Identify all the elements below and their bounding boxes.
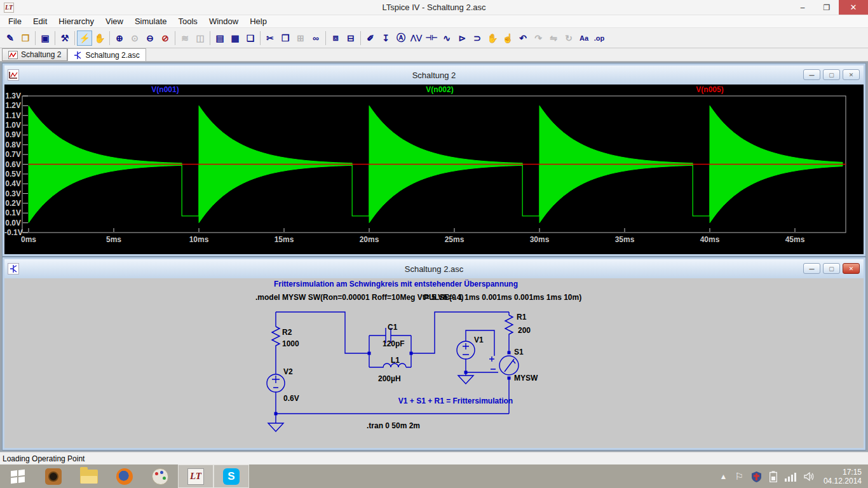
open-icon[interactable]: ❐ bbox=[18, 30, 33, 46]
main-title-bar[interactable]: LT LTspice IV - Schaltung 2.asc – ❐ ✕ bbox=[0, 0, 868, 15]
battery-icon[interactable] bbox=[770, 471, 777, 482]
taskbar-ltspice[interactable]: LT bbox=[178, 464, 214, 488]
zoom-full-extents-icon[interactable]: ⊘ bbox=[158, 30, 173, 46]
l1-designator-label[interactable]: L1 bbox=[391, 356, 400, 365]
print-icon[interactable]: ⊟ bbox=[343, 30, 358, 46]
halt-icon[interactable]: ✋ bbox=[92, 30, 107, 46]
schematic-close-button[interactable]: ✕ bbox=[843, 263, 860, 274]
schematic-comment-note[interactable]: V1 + S1 + R1 = Frittersimulation bbox=[398, 396, 513, 405]
tile-horizontally-icon[interactable]: ▤ bbox=[212, 30, 227, 46]
undo-icon[interactable]: ↶ bbox=[515, 30, 531, 46]
schematic-comment-title[interactable]: Frittersimulation am Schwingkreis mit en… bbox=[274, 279, 518, 288]
s1-model-label[interactable]: MYSW bbox=[514, 374, 538, 383]
diode-icon[interactable]: ⊳ bbox=[454, 30, 470, 46]
taskbar-skype[interactable]: S bbox=[214, 464, 249, 488]
print-preview-icon[interactable]: ⧈ bbox=[328, 30, 343, 46]
taskbar-audio-player[interactable] bbox=[36, 464, 71, 488]
close-button[interactable]: ✕ bbox=[839, 0, 868, 15]
trace-v-n002-step[interactable] bbox=[352, 165, 369, 216]
inductor-icon[interactable]: ∿ bbox=[439, 30, 454, 46]
taskbar-file-explorer[interactable] bbox=[71, 464, 107, 488]
waveform-window-title-bar[interactable]: Schaltung 2 — ▢ ✕ bbox=[4, 65, 864, 85]
tran-directive[interactable]: .tran 0 50m 2m bbox=[367, 421, 420, 430]
schematic-drawing[interactable]: Frittersimulation am Schwingkreis mit en… bbox=[4, 278, 862, 448]
component-icon[interactable]: ⊃ bbox=[470, 30, 485, 46]
schematic-restore-button[interactable]: ▢ bbox=[823, 263, 840, 274]
menu-window[interactable]: Window bbox=[203, 15, 244, 27]
r2-designator-label[interactable]: R2 bbox=[282, 328, 292, 337]
v2-designator-label[interactable]: V2 bbox=[283, 367, 293, 376]
mirror-icon[interactable]: ⇋ bbox=[546, 30, 561, 46]
legend-vn001[interactable]: V(n001) bbox=[151, 85, 179, 94]
rotate-icon[interactable]: ↻ bbox=[561, 30, 576, 46]
menu-simulate[interactable]: Simulate bbox=[129, 15, 173, 27]
new-schematic-icon[interactable]: ✎ bbox=[3, 30, 18, 46]
r1-value-label[interactable]: 200 bbox=[518, 326, 531, 335]
trace-v-n002-step[interactable] bbox=[182, 165, 199, 216]
volume-icon[interactable] bbox=[804, 471, 816, 482]
autorange-y-axis-icon[interactable]: ≋ bbox=[177, 30, 193, 46]
network-signal-icon[interactable] bbox=[785, 471, 796, 482]
s1-designator-label[interactable]: S1 bbox=[514, 348, 524, 356]
restore-button[interactable]: ❐ bbox=[815, 0, 839, 15]
text-icon[interactable]: Aa bbox=[576, 30, 592, 46]
waveform-plot-area[interactable]: 1.3V1.2V1.1V1.0V0.9V0.8V0.7V0.6V0.5V0.4V… bbox=[4, 85, 864, 254]
taskbar-clock[interactable]: 17:15 04.12.2014 bbox=[824, 468, 862, 485]
redo-icon[interactable]: ↷ bbox=[531, 30, 546, 46]
wire-icon[interactable]: ✐ bbox=[363, 30, 378, 46]
menu-file[interactable]: File bbox=[3, 15, 27, 27]
minimize-button[interactable]: – bbox=[790, 0, 815, 15]
ground-icon[interactable]: ↧ bbox=[378, 30, 393, 46]
cut-icon[interactable]: ✂ bbox=[262, 30, 278, 46]
capacitor-icon[interactable]: ⊣⊢ bbox=[424, 30, 439, 46]
schematic-minimize-button[interactable]: — bbox=[803, 263, 820, 274]
taskbar-firefox[interactable] bbox=[107, 464, 142, 488]
l1-value-label[interactable]: 200µH bbox=[378, 374, 401, 383]
control-panel-icon[interactable]: ⚒ bbox=[57, 30, 72, 46]
cascade-windows-icon[interactable]: ❏ bbox=[243, 30, 258, 46]
zoom-in-icon[interactable]: ⊕ bbox=[112, 30, 127, 46]
drag-icon[interactable]: ☝ bbox=[500, 30, 515, 46]
taskbar-paint[interactable] bbox=[142, 464, 178, 488]
menu-help[interactable]: Help bbox=[244, 15, 273, 27]
c1-value-label[interactable]: 120pF bbox=[383, 339, 405, 348]
legend-vn005[interactable]: V(n005) bbox=[696, 85, 723, 94]
v1-designator-label[interactable]: V1 bbox=[474, 336, 484, 344]
tab-waveform[interactable]: Schaltung 2 bbox=[2, 48, 67, 61]
zoom-out-icon[interactable]: ⊖ bbox=[142, 30, 158, 46]
r1-designator-label[interactable]: R1 bbox=[517, 313, 527, 322]
waveform-minimize-button[interactable]: — bbox=[803, 69, 820, 80]
zoom-back-icon[interactable]: ⊙ bbox=[127, 30, 142, 46]
label-net-icon[interactable]: Ⓐ bbox=[393, 30, 409, 46]
action-center-flag-icon[interactable]: ⚐ bbox=[735, 471, 743, 482]
pulse-directive[interactable]: PULSE(0 1 1ms 0.001ms 0.001ms 1ms 10m) bbox=[424, 293, 581, 302]
menu-view[interactable]: View bbox=[100, 15, 129, 27]
tile-vertically-icon[interactable]: ▦ bbox=[227, 30, 243, 46]
hidden-icons-chevron[interactable]: ▲ bbox=[720, 472, 728, 481]
menu-hierarchy[interactable]: Hierarchy bbox=[53, 15, 100, 27]
find-icon[interactable]: ∞ bbox=[308, 30, 323, 46]
copy-icon[interactable]: ❒ bbox=[278, 30, 293, 46]
run-icon[interactable]: ⚡ bbox=[77, 30, 92, 46]
tab-schematic[interactable]: Schaltung 2.asc bbox=[67, 48, 146, 61]
waveform-plot[interactable] bbox=[4, 85, 862, 254]
save-icon[interactable]: ▣ bbox=[37, 30, 53, 46]
resistor-icon[interactable]: ⋀⋁ bbox=[409, 30, 424, 46]
start-button[interactable] bbox=[0, 464, 36, 488]
antivirus-shield-icon[interactable] bbox=[751, 471, 762, 482]
pan-icon[interactable]: ◫ bbox=[193, 30, 208, 46]
v2-value-label[interactable]: 0.6V bbox=[283, 394, 299, 403]
spice-directive-icon[interactable]: .op bbox=[592, 30, 607, 46]
trace-v-n002-step[interactable] bbox=[522, 165, 539, 216]
paste-icon[interactable]: ⊞ bbox=[293, 30, 308, 46]
move-icon[interactable]: ✋ bbox=[485, 30, 500, 46]
trace-v-n002-step[interactable] bbox=[693, 165, 710, 216]
schematic-window-title-bar[interactable]: Schaltung 2.asc — ▢ ✕ bbox=[4, 259, 864, 278]
r2-value-label[interactable]: 1000 bbox=[282, 339, 299, 348]
waveform-close-button[interactable]: ✕ bbox=[843, 69, 860, 80]
c1-designator-label[interactable]: C1 bbox=[388, 323, 398, 332]
waveform-restore-button[interactable]: ▢ bbox=[823, 69, 840, 80]
menu-edit[interactable]: Edit bbox=[27, 15, 53, 27]
schematic-canvas[interactable]: Frittersimulation am Schwingkreis mit en… bbox=[4, 278, 864, 448]
menu-tools[interactable]: Tools bbox=[173, 15, 203, 27]
